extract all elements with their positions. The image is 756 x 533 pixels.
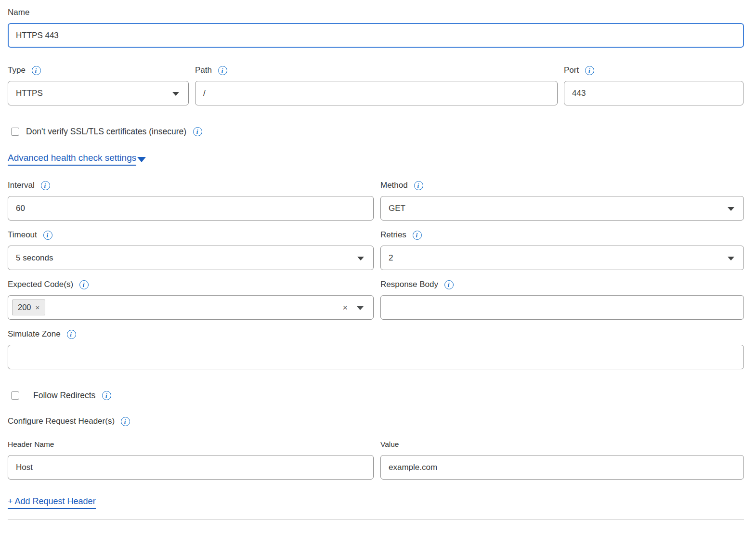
chevron-down-icon bbox=[357, 257, 364, 260]
info-icon[interactable]: i bbox=[32, 66, 41, 75]
method-select-value: GET bbox=[389, 204, 405, 213]
port-label: Port bbox=[564, 65, 579, 75]
section-divider bbox=[8, 520, 744, 520]
configure-headers-row: Configure Request Header(s) i bbox=[8, 416, 744, 427]
type-select-value: HTTPS bbox=[16, 89, 43, 98]
info-icon[interactable]: i bbox=[414, 181, 423, 190]
port-field-group: Port i bbox=[564, 65, 743, 105]
port-input[interactable] bbox=[564, 81, 743, 105]
advanced-settings-link-text: Advanced health check settings bbox=[8, 153, 136, 166]
code-tag: 200 × bbox=[12, 299, 45, 315]
interval-field-group: Interval i bbox=[8, 180, 374, 221]
header-value-input[interactable] bbox=[380, 455, 744, 480]
name-input[interactable] bbox=[8, 23, 744, 48]
retries-label: Retries bbox=[380, 230, 406, 240]
timeout-label: Timeout bbox=[8, 230, 37, 240]
path-field-group: Path i bbox=[195, 65, 558, 105]
interval-method-row: Interval i Method i GET bbox=[8, 180, 744, 221]
info-icon[interactable]: i bbox=[193, 127, 202, 136]
follow-redirects-row: Follow Redirects i bbox=[11, 390, 744, 401]
header-name-field-group: Header Name bbox=[8, 439, 374, 480]
retries-select-value: 2 bbox=[389, 253, 393, 263]
header-row: Header Name Value bbox=[8, 439, 744, 480]
response-body-label: Response Body bbox=[380, 280, 438, 289]
info-icon[interactable]: i bbox=[43, 231, 52, 240]
type-field-group: Type i HTTPS bbox=[8, 65, 189, 105]
method-field-group: Method i GET bbox=[380, 180, 744, 221]
chevron-down-icon bbox=[728, 207, 734, 211]
caret-down-icon bbox=[137, 157, 146, 162]
info-icon[interactable]: i bbox=[444, 280, 454, 289]
header-value-field-group: Value bbox=[380, 439, 744, 480]
name-field-group: Name bbox=[8, 7, 744, 48]
interval-label: Interval bbox=[8, 181, 35, 190]
follow-redirects-label: Follow Redirects bbox=[33, 390, 95, 401]
chevron-down-icon bbox=[172, 92, 179, 96]
timeout-retries-row: Timeout i 5 seconds Retries i 2 bbox=[8, 230, 744, 270]
timeout-select[interactable]: 5 seconds bbox=[8, 246, 374, 270]
timeout-select-value: 5 seconds bbox=[16, 253, 53, 263]
clear-all-icon[interactable]: × bbox=[342, 303, 348, 312]
info-icon[interactable]: i bbox=[67, 330, 76, 339]
retries-select[interactable]: 2 bbox=[380, 246, 744, 270]
info-icon[interactable]: i bbox=[413, 231, 422, 240]
ssl-verify-label: Don't verify SSL/TLS certificates (insec… bbox=[26, 127, 186, 137]
add-request-header-link[interactable]: + Add Request Header bbox=[8, 496, 96, 509]
info-icon[interactable]: i bbox=[218, 66, 227, 75]
header-name-label: Header Name bbox=[8, 440, 54, 449]
ssl-verify-checkbox-row: Don't verify SSL/TLS certificates (insec… bbox=[11, 127, 744, 137]
health-check-form: Name Type i HTTPS Path i bbox=[0, 0, 756, 533]
follow-redirects-checkbox[interactable] bbox=[11, 391, 19, 400]
info-icon[interactable]: i bbox=[585, 66, 594, 75]
expected-codes-multiselect[interactable]: 200 × × bbox=[8, 295, 374, 320]
simulate-zone-label: Simulate Zone bbox=[8, 329, 61, 339]
retries-field-group: Retries i 2 bbox=[380, 230, 744, 270]
type-select[interactable]: HTTPS bbox=[8, 81, 189, 105]
path-label: Path bbox=[195, 65, 212, 75]
response-body-field-group: Response Body i bbox=[380, 279, 744, 320]
type-label: Type bbox=[8, 65, 26, 75]
chevron-down-icon bbox=[728, 257, 734, 260]
method-select[interactable]: GET bbox=[380, 196, 744, 221]
info-icon[interactable]: i bbox=[121, 417, 130, 426]
info-icon[interactable]: i bbox=[102, 391, 111, 400]
expected-codes-field-group: Expected Code(s) i 200 × × bbox=[8, 279, 374, 320]
tag-remove-icon[interactable]: × bbox=[36, 304, 40, 311]
advanced-settings-link[interactable]: Advanced health check settings bbox=[8, 153, 146, 166]
simulate-zone-input[interactable] bbox=[8, 345, 744, 369]
ssl-verify-checkbox[interactable] bbox=[11, 128, 19, 136]
header-name-input[interactable] bbox=[8, 455, 374, 480]
path-input[interactable] bbox=[195, 81, 558, 105]
chevron-down-icon[interactable] bbox=[357, 306, 364, 310]
codes-responsebody-row: Expected Code(s) i 200 × × Response Body… bbox=[8, 279, 744, 320]
timeout-field-group: Timeout i 5 seconds bbox=[8, 230, 374, 270]
simulate-zone-field-group: Simulate Zone i bbox=[8, 329, 744, 369]
interval-input[interactable] bbox=[8, 196, 374, 221]
configure-headers-label: Configure Request Header(s) bbox=[8, 416, 115, 426]
name-label: Name bbox=[8, 8, 29, 17]
info-icon[interactable]: i bbox=[79, 280, 89, 289]
info-icon[interactable]: i bbox=[41, 181, 50, 190]
response-body-input[interactable] bbox=[380, 295, 744, 320]
method-label: Method bbox=[380, 181, 408, 190]
code-tag-text: 200 bbox=[18, 303, 31, 312]
type-path-port-row: Type i HTTPS Path i Port i bbox=[8, 65, 744, 105]
expected-codes-label: Expected Code(s) bbox=[8, 280, 73, 289]
header-value-label: Value bbox=[380, 440, 399, 449]
